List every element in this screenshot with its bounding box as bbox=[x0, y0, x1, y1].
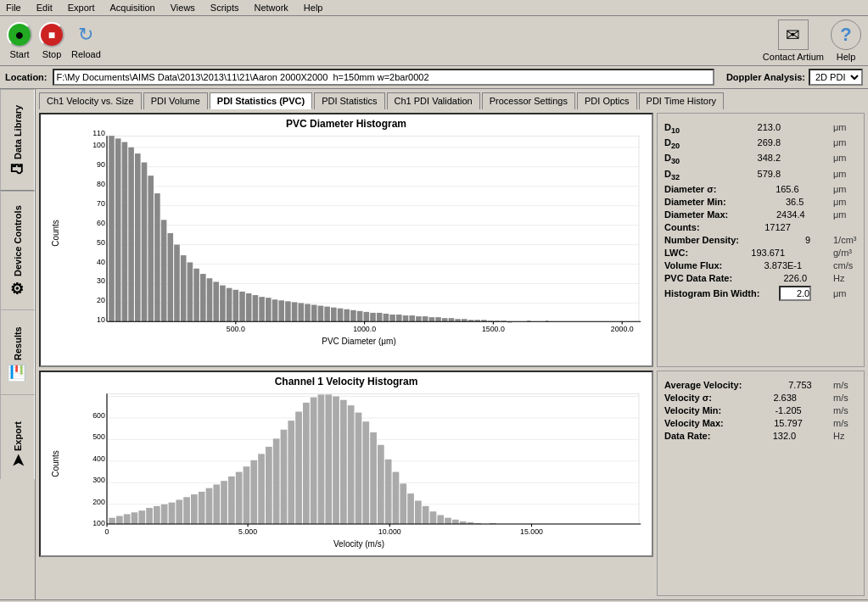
svg-rect-119 bbox=[176, 499, 182, 524]
svg-rect-29 bbox=[161, 220, 167, 321]
histogram-bin-width-input[interactable] bbox=[779, 286, 811, 301]
tab-ch1-velocity-size[interactable]: Ch1 Velocity vs. Size bbox=[39, 92, 142, 109]
help-button[interactable]: ? bbox=[831, 20, 861, 50]
svg-rect-50 bbox=[299, 303, 305, 321]
menu-network[interactable]: Network bbox=[251, 2, 290, 14]
svg-rect-28 bbox=[154, 193, 160, 321]
tab-pdi-time-history[interactable]: PDI Time History bbox=[639, 92, 725, 109]
svg-rect-26 bbox=[142, 163, 148, 322]
svg-rect-35 bbox=[200, 274, 206, 321]
menu-acquisition[interactable]: Acquisition bbox=[108, 2, 158, 14]
svg-rect-137 bbox=[311, 398, 317, 525]
menu-file[interactable]: File bbox=[3, 2, 24, 14]
stat-velocity-max: Velocity Max: 15.797 m/s bbox=[664, 418, 857, 428]
svg-rect-114 bbox=[138, 510, 145, 524]
svg-rect-146 bbox=[378, 445, 384, 524]
tab-pdi-volume[interactable]: PDI Volume bbox=[143, 92, 208, 109]
svg-rect-48 bbox=[285, 301, 291, 321]
svg-rect-113 bbox=[132, 512, 138, 524]
velocity-x-label: Velocity (m/s) bbox=[70, 539, 648, 549]
stats-diameter: D10 213.0 μm D20 269.8 μm D30 348.2 μm bbox=[657, 113, 865, 367]
svg-rect-111 bbox=[116, 516, 123, 525]
menu-export[interactable]: Export bbox=[65, 2, 98, 14]
doppler-select[interactable]: 2D PDI bbox=[809, 69, 863, 86]
diameter-y-label: Counts bbox=[51, 220, 60, 247]
svg-rect-67 bbox=[409, 315, 415, 321]
sidebar-item-data-library[interactable]: 🗂 Data Library bbox=[0, 89, 35, 191]
toolbar: ● Start ■ Stop ↻ Reload ✉ Contact Artium… bbox=[0, 16, 868, 66]
svg-rect-110 bbox=[109, 518, 115, 524]
chart-panel-velocity: Channel 1 Velocity Histogram Counts bbox=[39, 371, 865, 596]
sidebar-item-export[interactable]: ➤ Export bbox=[0, 394, 35, 479]
svg-text:90: 90 bbox=[97, 160, 105, 169]
svg-rect-32 bbox=[181, 255, 187, 321]
svg-rect-55 bbox=[331, 308, 337, 322]
svg-rect-51 bbox=[305, 304, 311, 321]
svg-rect-37 bbox=[213, 281, 219, 321]
tab-ch1-pdi-validation[interactable]: Ch1 PDI Validation bbox=[387, 92, 480, 109]
menu-edit[interactable]: Edit bbox=[34, 2, 55, 14]
contact-group: ✉ Contact Artium bbox=[763, 20, 824, 62]
tab-processor-settings[interactable]: Processor Settings bbox=[482, 92, 575, 109]
svg-rect-153 bbox=[430, 511, 437, 524]
svg-text:100: 100 bbox=[92, 141, 105, 149]
svg-rect-46 bbox=[272, 299, 278, 321]
stop-group: ■ Stop bbox=[39, 22, 64, 59]
svg-text:30: 30 bbox=[97, 277, 105, 286]
svg-rect-60 bbox=[364, 312, 370, 321]
svg-rect-71 bbox=[435, 317, 441, 321]
reload-button[interactable]: ↻ bbox=[73, 22, 98, 47]
doppler-group: Doppler Analysis: 2D PDI bbox=[726, 69, 863, 86]
help-label: Help bbox=[837, 52, 856, 62]
menu-help[interactable]: Help bbox=[301, 2, 326, 14]
diameter-histogram-box: PVC Diameter Histogram Counts bbox=[39, 113, 653, 367]
svg-rect-64 bbox=[389, 315, 395, 321]
stat-lwc: LWC: 193.671 g/m³ bbox=[664, 248, 857, 258]
svg-rect-47 bbox=[278, 300, 284, 321]
start-button[interactable]: ● bbox=[7, 22, 32, 47]
svg-text:50: 50 bbox=[97, 238, 105, 247]
svg-text:400: 400 bbox=[92, 454, 105, 463]
svg-rect-53 bbox=[318, 306, 324, 322]
diameter-histogram-svg: 10 20 30 40 50 60 70 80 90 100 110 bbox=[70, 131, 648, 335]
sidebar-item-results[interactable]: 📊 Results bbox=[0, 309, 35, 394]
stats-velocity: Average Velocity: 7.753 m/s Velocity σ: … bbox=[657, 371, 865, 596]
stat-avg-velocity: Average Velocity: 7.753 m/s bbox=[664, 380, 857, 390]
svg-text:600: 600 bbox=[92, 411, 105, 420]
content: Ch1 Velocity vs. Size PDI Volume PDI Sta… bbox=[36, 89, 868, 599]
velocity-histogram-svg: 100 200 300 400 500 600 bbox=[70, 389, 648, 538]
sidebar-item-device-controls[interactable]: ⚙ Device Controls bbox=[0, 191, 35, 309]
stat-volume-flux: Volume Flux: 3.873E-1 cm/s bbox=[664, 260, 857, 270]
svg-text:80: 80 bbox=[97, 180, 105, 188]
svg-rect-68 bbox=[416, 316, 422, 321]
svg-rect-56 bbox=[338, 309, 344, 322]
location-input[interactable] bbox=[53, 69, 714, 86]
chart-panel-diameter: PVC Diameter Histogram Counts bbox=[39, 113, 865, 367]
stat-d20: D20 269.8 μm bbox=[664, 137, 857, 150]
tab-pdi-statistics[interactable]: PDI Statistics bbox=[314, 92, 384, 109]
location-label: Location: bbox=[5, 72, 48, 82]
svg-rect-122 bbox=[199, 492, 205, 524]
svg-text:0: 0 bbox=[105, 527, 109, 536]
stat-diameter-sigma: Diameter σ: 165.6 μm bbox=[664, 184, 857, 194]
svg-rect-31 bbox=[174, 245, 180, 322]
velocity-y-label: Counts bbox=[51, 450, 60, 477]
svg-rect-59 bbox=[357, 311, 363, 322]
toolbar-right: ✉ Contact Artium ? Help bbox=[763, 20, 861, 62]
svg-rect-44 bbox=[259, 297, 265, 321]
tab-pdi-statistics-pvc[interactable]: PDI Statistics (PVC) bbox=[210, 92, 312, 109]
svg-rect-133 bbox=[281, 430, 288, 524]
tab-pdi-optics[interactable]: PDI Optics bbox=[577, 92, 637, 109]
svg-rect-129 bbox=[250, 460, 257, 524]
svg-rect-136 bbox=[303, 403, 310, 524]
svg-rect-52 bbox=[311, 305, 317, 322]
svg-rect-138 bbox=[318, 394, 325, 524]
menu-views[interactable]: Views bbox=[168, 2, 198, 14]
svg-rect-118 bbox=[169, 503, 176, 524]
reload-group: ↻ Reload bbox=[71, 22, 101, 59]
svg-rect-155 bbox=[445, 518, 451, 524]
stop-button[interactable]: ■ bbox=[39, 22, 64, 47]
menu-scripts[interactable]: Scripts bbox=[208, 2, 242, 14]
contact-button[interactable]: ✉ bbox=[778, 20, 809, 50]
charts-area: PVC Diameter Histogram Counts bbox=[36, 109, 868, 599]
